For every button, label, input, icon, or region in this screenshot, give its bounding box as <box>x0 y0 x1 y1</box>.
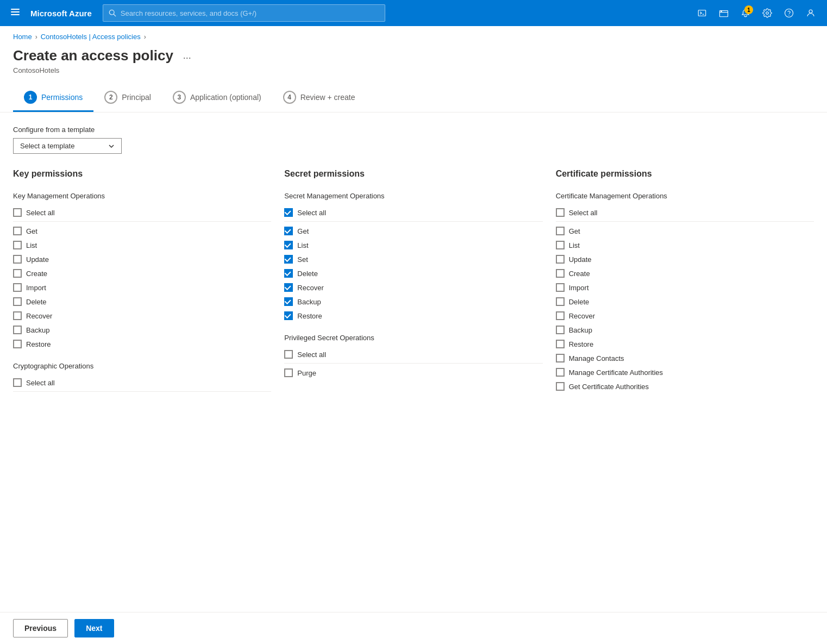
key-select-all-checkbox[interactable] <box>13 208 22 217</box>
cloud-shell-icon[interactable] <box>692 3 712 23</box>
cert-get-cas-checkbox[interactable] <box>556 382 565 391</box>
cert-get-cas[interactable]: Get Certificate Authorities <box>556 379 814 393</box>
cert-delete-checkbox[interactable] <box>556 297 565 306</box>
content-area: Configure from a template Select a templ… <box>0 112 827 437</box>
notifications-icon[interactable]: 1 <box>736 3 755 23</box>
cert-update-checkbox[interactable] <box>556 255 565 264</box>
key-delete-checkbox[interactable] <box>13 297 22 306</box>
cert-manage-cas-checkbox[interactable] <box>556 368 565 377</box>
help-icon[interactable] <box>779 3 799 23</box>
breadcrumb-parent[interactable]: ContosoHotels | Access policies <box>41 33 141 41</box>
cert-restore-checkbox[interactable] <box>556 340 565 348</box>
key-recover[interactable]: Recover <box>13 309 271 323</box>
key-delete[interactable]: Delete <box>13 295 271 309</box>
cert-import-checkbox[interactable] <box>556 283 565 292</box>
key-get[interactable]: Get <box>13 224 271 238</box>
key-select-all[interactable]: Select all <box>13 205 271 222</box>
key-backup-checkbox[interactable] <box>13 326 22 334</box>
tab-principal[interactable]: 2 Principal <box>93 83 162 112</box>
cert-import[interactable]: Import <box>556 280 814 295</box>
key-update-checkbox[interactable] <box>13 255 22 264</box>
next-button[interactable]: Next <box>74 619 114 637</box>
svg-line-4 <box>114 14 116 16</box>
tab-application[interactable]: 3 Application (optional) <box>162 83 272 112</box>
key-get-label: Get <box>26 227 37 235</box>
tab-permissions[interactable]: 1 Permissions <box>13 83 93 112</box>
key-import[interactable]: Import <box>13 280 271 295</box>
secret-recover-checkbox[interactable] <box>284 283 293 292</box>
secret-purge[interactable]: Purge <box>284 366 542 380</box>
cert-create[interactable]: Create <box>556 266 814 280</box>
previous-button[interactable]: Previous <box>13 619 68 637</box>
svg-rect-1 <box>11 11 20 12</box>
chevron-down-icon <box>108 143 115 149</box>
cert-select-all[interactable]: Select all <box>556 205 814 222</box>
key-create[interactable]: Create <box>13 266 271 280</box>
key-backup[interactable]: Backup <box>13 323 271 337</box>
key-list-checkbox[interactable] <box>13 241 22 249</box>
secret-list[interactable]: List <box>284 238 542 252</box>
cert-update-label: Update <box>569 255 592 264</box>
cert-manage-cas-label: Manage Certificate Authorities <box>569 368 663 377</box>
template-placeholder: Select a template <box>20 142 74 150</box>
cert-list-checkbox[interactable] <box>556 241 565 249</box>
secret-restore[interactable]: Restore <box>284 309 542 323</box>
cert-delete[interactable]: Delete <box>556 295 814 309</box>
cert-update[interactable]: Update <box>556 252 814 266</box>
ellipsis-button[interactable]: ... <box>179 48 196 64</box>
key-restore-checkbox[interactable] <box>13 340 22 348</box>
cert-get-checkbox[interactable] <box>556 227 565 235</box>
secret-backup[interactable]: Backup <box>284 295 542 309</box>
search-input[interactable] <box>121 9 379 17</box>
secret-restore-checkbox[interactable] <box>284 311 293 320</box>
key-update[interactable]: Update <box>13 252 271 266</box>
secret-select-all[interactable]: Select all <box>284 205 542 222</box>
secret-delete-checkbox[interactable] <box>284 269 293 278</box>
key-recover-checkbox[interactable] <box>13 311 22 320</box>
cert-manage-contacts-checkbox[interactable] <box>556 354 565 362</box>
key-restore[interactable]: Restore <box>13 337 271 351</box>
secret-get[interactable]: Get <box>284 224 542 238</box>
page-title: Create an access policy <box>13 47 173 64</box>
secret-purge-checkbox[interactable] <box>284 368 293 377</box>
hamburger-menu[interactable] <box>7 3 24 23</box>
search-bar[interactable] <box>103 4 385 22</box>
key-list[interactable]: List <box>13 238 271 252</box>
key-create-checkbox[interactable] <box>13 269 22 278</box>
secret-select-all-checkbox[interactable] <box>284 208 293 217</box>
cert-select-all-checkbox[interactable] <box>556 208 565 217</box>
key-backup-label: Backup <box>26 326 49 334</box>
template-dropdown[interactable]: Select a template <box>13 138 122 154</box>
secret-priv-select-all-checkbox[interactable] <box>284 350 293 359</box>
account-icon[interactable] <box>801 3 820 23</box>
directory-icon[interactable] <box>714 3 734 23</box>
cert-restore[interactable]: Restore <box>556 337 814 351</box>
secret-priv-select-all[interactable]: Select all <box>284 347 542 364</box>
cert-create-checkbox[interactable] <box>556 269 565 278</box>
secret-set-checkbox[interactable] <box>284 255 293 264</box>
key-mgmt-section-title: Key Management Operations <box>13 192 271 200</box>
secret-restore-label: Restore <box>297 312 322 320</box>
cert-backup-checkbox[interactable] <box>556 326 565 334</box>
secret-recover[interactable]: Recover <box>284 280 542 295</box>
secret-list-checkbox[interactable] <box>284 241 293 249</box>
secret-set[interactable]: Set <box>284 252 542 266</box>
key-get-checkbox[interactable] <box>13 227 22 235</box>
breadcrumb-home[interactable]: Home <box>13 33 32 41</box>
secret-get-checkbox[interactable] <box>284 227 293 235</box>
settings-icon[interactable] <box>757 3 777 23</box>
secret-delete[interactable]: Delete <box>284 266 542 280</box>
tab-review-create[interactable]: 4 Review + create <box>272 83 366 112</box>
key-import-checkbox[interactable] <box>13 283 22 292</box>
cert-select-all-label: Select all <box>569 209 598 217</box>
cert-get[interactable]: Get <box>556 224 814 238</box>
secret-backup-checkbox[interactable] <box>284 297 293 306</box>
cert-manage-contacts[interactable]: Manage Contacts <box>556 351 814 365</box>
cert-recover[interactable]: Recover <box>556 309 814 323</box>
cert-backup[interactable]: Backup <box>556 323 814 337</box>
key-crypto-select-all-checkbox[interactable] <box>13 378 22 387</box>
cert-recover-checkbox[interactable] <box>556 311 565 320</box>
key-crypto-select-all[interactable]: Select all <box>13 376 271 392</box>
cert-manage-cas[interactable]: Manage Certificate Authorities <box>556 365 814 379</box>
cert-list[interactable]: List <box>556 238 814 252</box>
